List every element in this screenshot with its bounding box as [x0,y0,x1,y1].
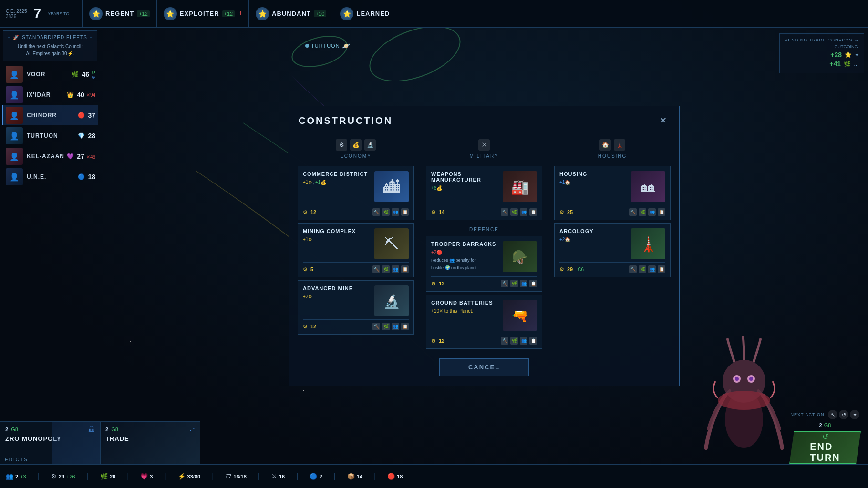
hero-abundant[interactable]: ⭐ ABUNDANT +10 [248,0,333,28]
fleet-title-icon: 🚀 [13,35,19,40]
voor-score: 46 [82,71,89,78]
bottom-bar: 👥 2 +3 | ⚙ 29 +26 | 🌿 20 | 💗 3 | ⚡ 33/80… [0,464,868,488]
zro-num: 2 [5,427,8,432]
faction-turtuon[interactable]: 👤 TURTUON 💎 28 [2,126,98,146]
red-icon: 🔴 [387,473,395,480]
learned-icon: ⭐ [340,7,353,20]
exploiter-sub: -1 [238,11,242,16]
build-card-ground[interactable]: GROUND BATTERIES +10✕ to this Planet. ⚙ … [426,295,542,349]
stat-food: 🌿 20 [100,473,115,480]
trooper-actions: 🔨 🌿 👥 📋 [501,280,537,287]
learned-name: LEARNED [356,10,390,17]
economy-column: ⚙ 💰 🔬 ECONOMY COMMERCE DISTRICT +1⚙, +1💰 [294,139,418,352]
ground-name: GROUND BATTERIES [431,300,499,305]
edicts-label: EDICTS [0,455,33,464]
kelazaan-avatar: 👤 [6,148,23,165]
year-label: 3836 [6,14,27,19]
industry-val: 29 [59,474,64,479]
faction-voor[interactable]: 👤 VOOR 🌿 46 ⚙ ⊕ [2,64,98,84]
economy-header: ECONOMY [298,153,414,162]
build-card-housing[interactable]: HOUSING +1🏠 ⚙ 25 🔨 🌿 👥 [554,166,671,220]
build-card-commerce[interactable]: COMMERCE DISTRICT +1⚙, +1💰 ⚙ 12 🔨 🌿 [298,166,414,220]
fleet-title: 🚀 STANDARDIZED FLEETS [8,35,92,40]
modal-overlay: CONSTRUCTION ✕ ⚙ 💰 🔬 ECONOMY COMMERCE DI… [100,28,868,464]
build-card-advmine[interactable]: ADVANCED MINE +2⚙ ⚙ 12 🔨 🌿 [298,280,414,335]
arcology-cost: ⚙ 29 C6 🔨 🌿 👥 📋 [559,262,665,273]
hero-regent[interactable]: ⭐ REGENT +12 [82,0,156,28]
weapons-stats: +6💰 [431,184,499,192]
weapons-actions: 🔨 🌿 👥 📋 [501,208,537,216]
build-card-arcology[interactable]: ARCOLOGY +2🏠 ⚙ 29 C6 🔨 🌿 [554,223,671,277]
pop-val: 2 [15,474,18,479]
cost-gear-icon: ⚙ [303,209,308,215]
build-card-weapons[interactable]: WEAPONS MANUFACTURER +6💰 ⚙ 14 🔨 🌿 [426,166,542,220]
advmine-image [374,285,409,316]
modal-cancel-row: CANCEL [289,358,679,376]
cie-label: CIE: 2325 [6,9,27,14]
happiness-icon: 💗 [140,473,148,480]
fleet-box: 🚀 STANDARDIZED FLEETS Until the next Gal… [3,30,97,61]
economy-icon-2: 💰 [350,139,362,151]
hero-learned[interactable]: ⭐ LEARNED [333,0,396,28]
une-score: 18 [88,173,95,181]
hero-exploiter[interactable]: ⭐ EXPLOITER +12 -1 [156,0,248,28]
blue-val: 2 [319,474,322,479]
ground-stats: +10✕ to this Planet. [431,307,499,315]
build-card-trooper[interactable]: TROOPER BARRACKS +2🔴 Reduces 👥 penalty f… [426,236,542,292]
mining-cost: ⚙ 5 🔨 🌿 👥 📋 [303,262,409,273]
mining-image [374,228,409,259]
chinorr-score: 37 [88,112,95,119]
faction-ixidar[interactable]: 👤 IX'IDAR 👑 40 ✕94 [2,85,98,105]
economy-icon-1: ⚙ [336,139,347,151]
advmine-cost: ⚙ 12 🔨 🌿 👥 📋 [303,319,409,330]
stat-defense: 🛡 16/18 [225,473,247,480]
zro-credits: G8 [11,427,18,432]
modal-close-button[interactable]: ✕ [656,114,670,127]
cie-info: CIE: 2325 3836 [6,9,27,19]
turtuon-avatar: 👤 [6,127,23,144]
food-icon: 🌿 [100,473,108,480]
sep2: | [87,472,89,481]
build-card-mining[interactable]: MINING COMPLEX +1⚙ ⚙ 5 🔨 🌿 [298,223,414,277]
housing-image [631,171,665,202]
turtuon-icon: 💎 [78,132,85,139]
years-to-label: YEARS TO [48,11,69,16]
faction-une[interactable]: 👤 U.N.E. 🔵 18 [2,167,98,187]
faction-chinorr[interactable]: 👤 CHINORR 🔴 37 [2,105,98,125]
voor-name: VOOR [27,71,70,78]
ixidar-name: IX'IDAR [27,92,65,98]
advmine-name: ADVANCED MINE [303,285,371,291]
weapons-name: WEAPONS MANUFACTURER [431,171,499,183]
cargo-val: 14 [357,474,362,479]
stat-attack: ⚔ 16 [271,473,285,480]
regent-bonus: +12 [137,10,150,17]
commerce-stats: +1⚙, +1💰 [303,179,371,186]
turtuon-score: 28 [88,132,95,140]
voor-avatar: 👤 [6,66,23,83]
ixidar-extras: ✕94 [86,92,95,98]
weapons-cost: ⚙ 14 🔨 🌿 👥 📋 [431,205,537,216]
abundant-name: ABUNDANT [272,10,311,17]
ixidar-score: 40 [77,91,84,99]
manpower-val: 33/80 [187,474,201,479]
faction-list: 👤 VOOR 🌿 46 ⚙ ⊕ 👤 IX'IDAR 👑 40 ✕94 [0,64,100,187]
stat-manpower: ⚡ 33/80 [178,473,201,480]
kelazaan-name: KEL-AZAAN [27,153,65,160]
industry-plus: +26 [66,474,75,479]
chinorr-name: CHINORR [27,112,76,119]
top-bar: CIE: 2325 3836 7 YEARS TO ⭐ REGENT +12 ⭐… [0,0,868,28]
modal-header: CONSTRUCTION ✕ [289,106,679,134]
ixidar-sub: ✕94 [86,92,95,98]
col-sep-2 [548,139,548,352]
faction-kelazaan[interactable]: 👤 KEL-AZAAN 💜 27 ✕46 [2,146,98,166]
ixidar-avatar: 👤 [6,86,23,103]
sep1: | [38,472,40,481]
cancel-button[interactable]: CANCEL [439,358,529,376]
commerce-cost: ⚙ 12 🔨 🌿 👥 📋 [303,205,409,216]
commerce-actions: 🔨 🌿 👥 📋 [372,208,409,216]
game-info: CIE: 2325 3836 7 YEARS TO [6,6,82,21]
ground-image [503,300,537,331]
red-val: 18 [397,474,403,479]
sep7: | [296,472,298,481]
arcology-name: ARCOLOGY [559,228,627,234]
